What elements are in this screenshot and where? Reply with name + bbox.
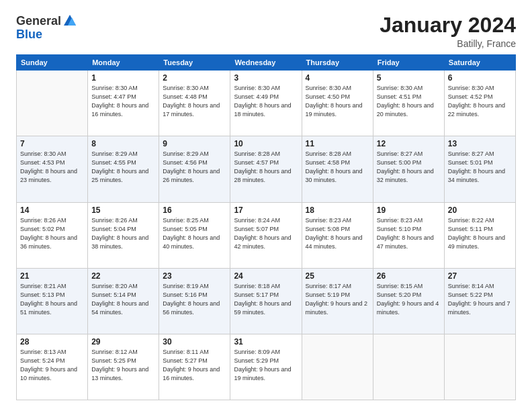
logo-icon — [62, 13, 77, 28]
day-info: Sunrise: 8:21 AMSunset: 5:13 PMDaylight:… — [20, 282, 84, 317]
table-row: 18Sunrise: 8:23 AMSunset: 5:08 PMDayligh… — [302, 202, 373, 268]
table-row: 30Sunrise: 8:11 AMSunset: 5:27 PMDayligh… — [159, 334, 230, 400]
day-info: Sunrise: 8:30 AMSunset: 4:53 PMDaylight:… — [20, 150, 84, 185]
day-info: Sunrise: 8:14 AMSunset: 5:22 PMDaylight:… — [448, 282, 512, 317]
calendar-header-row: Sunday Monday Tuesday Wednesday Thursday… — [17, 55, 516, 71]
table-row: 6Sunrise: 8:30 AMSunset: 4:52 PMDaylight… — [444, 71, 515, 136]
calendar-week-row: 28Sunrise: 8:13 AMSunset: 5:24 PMDayligh… — [17, 334, 516, 400]
day-number: 5 — [377, 73, 441, 83]
day-info: Sunrise: 8:29 AMSunset: 4:55 PMDaylight:… — [91, 150, 155, 185]
day-info: Sunrise: 8:28 AMSunset: 4:58 PMDaylight:… — [306, 150, 369, 185]
day-number: 10 — [234, 139, 298, 148]
table-row: 21Sunrise: 8:21 AMSunset: 5:13 PMDayligh… — [17, 268, 88, 334]
col-saturday: Saturday — [444, 55, 515, 71]
table-row: 28Sunrise: 8:13 AMSunset: 5:24 PMDayligh… — [17, 334, 88, 400]
title-block: January 2024 Batilly, France — [380, 13, 516, 49]
day-info: Sunrise: 8:20 AMSunset: 5:14 PMDaylight:… — [91, 282, 155, 317]
day-number: 9 — [163, 139, 226, 148]
day-number: 14 — [20, 205, 84, 215]
day-number: 26 — [377, 271, 441, 281]
table-row: 9Sunrise: 8:29 AMSunset: 4:56 PMDaylight… — [159, 136, 230, 202]
table-row: 17Sunrise: 8:24 AMSunset: 5:07 PMDayligh… — [230, 202, 302, 268]
col-tuesday: Tuesday — [159, 55, 230, 71]
table-row: 1Sunrise: 8:30 AMSunset: 4:47 PMDaylight… — [88, 71, 159, 136]
day-info: Sunrise: 8:13 AMSunset: 5:24 PMDaylight:… — [20, 348, 84, 383]
calendar-table: Sunday Monday Tuesday Wednesday Thursday… — [16, 54, 516, 400]
day-number: 4 — [306, 73, 369, 83]
day-number: 23 — [163, 271, 226, 281]
day-number: 28 — [20, 337, 84, 347]
day-info: Sunrise: 8:30 AMSunset: 4:49 PMDaylight:… — [234, 84, 298, 119]
col-monday: Monday — [88, 55, 159, 71]
calendar-week-row: 7Sunrise: 8:30 AMSunset: 4:53 PMDaylight… — [17, 136, 516, 202]
day-info: Sunrise: 8:26 AMSunset: 5:04 PMDaylight:… — [91, 216, 155, 251]
table-row: 31Sunrise: 8:09 AMSunset: 5:29 PMDayligh… — [230, 334, 302, 400]
day-number: 3 — [234, 73, 298, 83]
day-number: 1 — [91, 73, 155, 83]
day-info: Sunrise: 8:28 AMSunset: 4:57 PMDaylight:… — [234, 150, 298, 185]
month-title: January 2024 — [380, 13, 516, 37]
location: Batilly, France — [380, 38, 516, 49]
table-row — [444, 334, 515, 400]
calendar-week-row: 21Sunrise: 8:21 AMSunset: 5:13 PMDayligh… — [17, 268, 516, 334]
calendar-week-row: 14Sunrise: 8:26 AMSunset: 5:02 PMDayligh… — [17, 202, 516, 268]
day-number: 18 — [306, 205, 369, 215]
table-row: 24Sunrise: 8:18 AMSunset: 5:17 PMDayligh… — [230, 268, 302, 334]
day-info: Sunrise: 8:26 AMSunset: 5:02 PMDaylight:… — [20, 216, 84, 251]
table-row: 29Sunrise: 8:12 AMSunset: 5:25 PMDayligh… — [88, 334, 159, 400]
day-info: Sunrise: 8:29 AMSunset: 4:56 PMDaylight:… — [163, 150, 226, 185]
logo: General Blue — [16, 13, 77, 40]
table-row: 12Sunrise: 8:27 AMSunset: 5:00 PMDayligh… — [373, 136, 444, 202]
day-info: Sunrise: 8:24 AMSunset: 5:07 PMDaylight:… — [234, 216, 298, 251]
day-info: Sunrise: 8:22 AMSunset: 5:11 PMDaylight:… — [448, 216, 512, 251]
logo-blue: Blue — [16, 28, 42, 40]
table-row: 20Sunrise: 8:22 AMSunset: 5:11 PMDayligh… — [444, 202, 515, 268]
table-row: 14Sunrise: 8:26 AMSunset: 5:02 PMDayligh… — [17, 202, 88, 268]
table-row: 4Sunrise: 8:30 AMSunset: 4:50 PMDaylight… — [302, 71, 373, 136]
col-sunday: Sunday — [17, 55, 88, 71]
day-number: 16 — [163, 205, 226, 215]
logo-general: General — [16, 15, 61, 27]
day-number: 11 — [306, 139, 369, 148]
table-row: 27Sunrise: 8:14 AMSunset: 5:22 PMDayligh… — [444, 268, 515, 334]
table-row: 11Sunrise: 8:28 AMSunset: 4:58 PMDayligh… — [302, 136, 373, 202]
day-info: Sunrise: 8:19 AMSunset: 5:16 PMDaylight:… — [163, 282, 226, 317]
table-row: 19Sunrise: 8:23 AMSunset: 5:10 PMDayligh… — [373, 202, 444, 268]
day-number: 17 — [234, 205, 298, 215]
day-info: Sunrise: 8:23 AMSunset: 5:08 PMDaylight:… — [306, 216, 369, 251]
col-friday: Friday — [373, 55, 444, 71]
day-number: 13 — [448, 139, 512, 148]
day-info: Sunrise: 8:27 AMSunset: 5:01 PMDaylight:… — [448, 150, 512, 185]
col-wednesday: Wednesday — [230, 55, 302, 71]
day-info: Sunrise: 8:30 AMSunset: 4:50 PMDaylight:… — [306, 84, 369, 119]
day-info: Sunrise: 8:25 AMSunset: 5:05 PMDaylight:… — [163, 216, 226, 251]
table-row: 13Sunrise: 8:27 AMSunset: 5:01 PMDayligh… — [444, 136, 515, 202]
day-info: Sunrise: 8:12 AMSunset: 5:25 PMDaylight:… — [91, 348, 155, 383]
table-row: 22Sunrise: 8:20 AMSunset: 5:14 PMDayligh… — [88, 268, 159, 334]
day-number: 19 — [377, 205, 441, 215]
day-info: Sunrise: 8:17 AMSunset: 5:19 PMDaylight:… — [306, 282, 369, 317]
day-number: 21 — [20, 271, 84, 281]
day-number: 8 — [91, 139, 155, 148]
day-number: 2 — [163, 73, 226, 83]
day-info: Sunrise: 8:30 AMSunset: 4:48 PMDaylight:… — [163, 84, 226, 119]
table-row: 7Sunrise: 8:30 AMSunset: 4:53 PMDaylight… — [17, 136, 88, 202]
table-row — [373, 334, 444, 400]
table-row: 26Sunrise: 8:15 AMSunset: 5:20 PMDayligh… — [373, 268, 444, 334]
calendar-week-row: 1Sunrise: 8:30 AMSunset: 4:47 PMDaylight… — [17, 71, 516, 136]
day-info: Sunrise: 8:27 AMSunset: 5:00 PMDaylight:… — [377, 150, 441, 185]
day-number: 27 — [448, 271, 512, 281]
day-info: Sunrise: 8:18 AMSunset: 5:17 PMDaylight:… — [234, 282, 298, 317]
day-number: 15 — [91, 205, 155, 215]
table-row: 23Sunrise: 8:19 AMSunset: 5:16 PMDayligh… — [159, 268, 230, 334]
table-row: 5Sunrise: 8:30 AMSunset: 4:51 PMDaylight… — [373, 71, 444, 136]
table-row — [17, 71, 88, 136]
table-row: 8Sunrise: 8:29 AMSunset: 4:55 PMDaylight… — [88, 136, 159, 202]
day-info: Sunrise: 8:30 AMSunset: 4:47 PMDaylight:… — [91, 84, 155, 119]
table-row: 10Sunrise: 8:28 AMSunset: 4:57 PMDayligh… — [230, 136, 302, 202]
day-number: 22 — [91, 271, 155, 281]
day-info: Sunrise: 8:30 AMSunset: 4:51 PMDaylight:… — [377, 84, 441, 119]
table-row: 2Sunrise: 8:30 AMSunset: 4:48 PMDaylight… — [159, 71, 230, 136]
day-number: 30 — [163, 337, 226, 347]
col-thursday: Thursday — [302, 55, 373, 71]
